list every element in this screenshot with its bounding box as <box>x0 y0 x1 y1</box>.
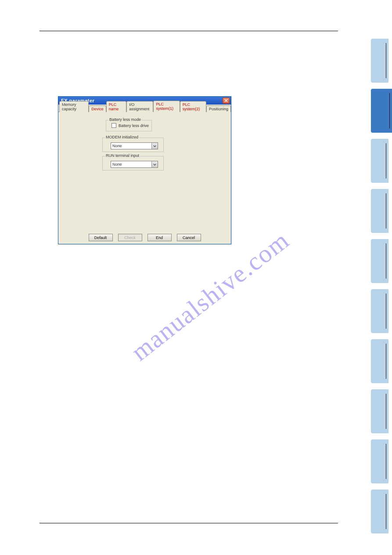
battery-less-legend: Battery less mode <box>108 117 142 122</box>
modem-dropdown-arrow <box>151 143 158 149</box>
run-dropdown-arrow <box>151 161 158 167</box>
battery-less-label: Battery less drive <box>119 123 149 128</box>
cancel-button[interactable]: Cancel <box>177 234 201 241</box>
header-rule <box>40 31 338 31</box>
tab-device[interactable]: Device <box>89 105 106 112</box>
side-tab-1[interactable] <box>371 39 388 83</box>
run-terminal-legend: RUN terminal input <box>105 153 140 158</box>
tab-io-assignment[interactable]: I/O assignment <box>126 101 153 112</box>
tab-plc-system-2[interactable]: PLC system(2) <box>180 101 206 112</box>
modem-legend: MODEM initialized <box>105 135 139 139</box>
run-terminal-value: None <box>111 162 151 167</box>
tab-memory-capacity[interactable]: Memory capacity <box>59 101 89 112</box>
watermark-text: manualshive.com <box>126 225 295 366</box>
side-tab-6[interactable] <box>371 289 388 333</box>
close-button[interactable] <box>223 98 230 104</box>
close-icon <box>224 99 228 102</box>
button-row: Default Check End Cancel <box>58 234 231 241</box>
modem-value: None <box>111 144 151 148</box>
side-tab-8[interactable] <box>371 389 388 433</box>
side-tab-7[interactable] <box>371 339 388 383</box>
chevron-down-icon <box>153 163 156 166</box>
side-tab-2[interactable] <box>371 89 392 133</box>
battery-less-checkbox[interactable] <box>111 123 116 128</box>
side-tab-9[interactable] <box>371 439 388 483</box>
modem-combo[interactable]: None <box>111 142 158 149</box>
modem-group: MODEM initialized None <box>102 138 164 152</box>
battery-less-group: Battery less mode Battery less drive <box>106 120 152 131</box>
side-tab-5[interactable] <box>371 239 388 283</box>
tab-plc-system-1[interactable]: PLC system(1) <box>153 101 180 112</box>
fx-parameter-dialog: FX parameter Memory capacity Device PLC … <box>58 96 231 244</box>
side-tab-4[interactable] <box>371 189 388 233</box>
tab-plc-name[interactable]: PLC name <box>106 101 127 112</box>
chevron-down-icon <box>153 145 156 147</box>
tab-positioning[interactable]: Positioning <box>206 105 231 112</box>
end-button[interactable]: End <box>147 234 172 241</box>
footer-rule <box>40 523 338 523</box>
side-tab-nav <box>371 39 392 533</box>
tab-strip: Memory capacity Device PLC name I/O assi… <box>58 105 231 112</box>
dialog-content: Battery less mode Battery less drive MOD… <box>58 112 231 244</box>
default-button[interactable]: Default <box>89 234 113 241</box>
side-tab-3[interactable] <box>371 139 388 183</box>
run-terminal-combo[interactable]: None <box>111 161 158 168</box>
check-button: Check <box>118 234 142 241</box>
side-tab-10[interactable] <box>371 490 388 533</box>
run-terminal-group: RUN terminal input None <box>102 156 164 170</box>
